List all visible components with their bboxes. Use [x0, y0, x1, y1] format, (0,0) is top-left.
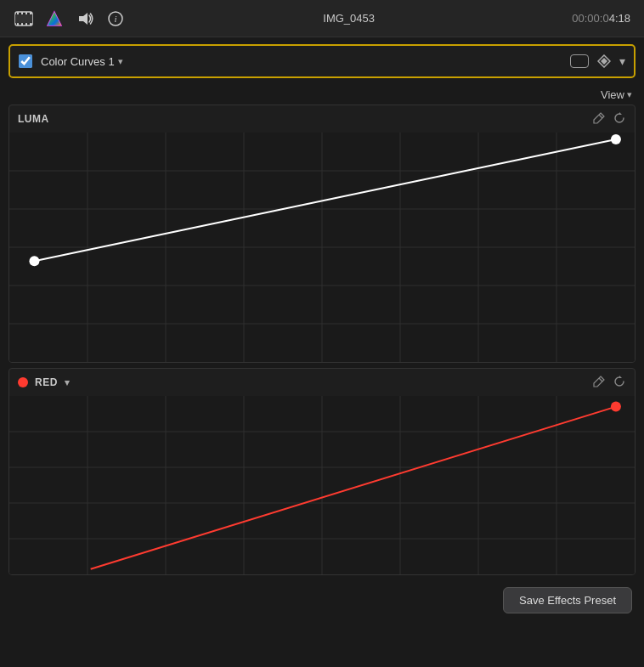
svg-line-17	[599, 115, 602, 118]
red-curve-canvas[interactable]	[9, 396, 635, 574]
svg-rect-4	[25, 12, 27, 14]
svg-line-19	[599, 378, 602, 382]
timecode-accent: 4:18	[609, 12, 630, 25]
film-icon[interactable]	[14, 8, 34, 29]
timecode-prefix: 00:00:0	[572, 12, 608, 25]
luma-label: LUMA	[18, 113, 49, 125]
luma-header-icons	[592, 111, 626, 127]
luma-reset-icon[interactable]	[613, 111, 626, 127]
color-icon[interactable]	[44, 8, 65, 29]
luma-curve-section: LUMA	[8, 105, 636, 363]
view-row: View ▾	[0, 85, 644, 105]
timecode-display: 00:00:04:18	[572, 12, 630, 25]
effect-header-icons: ▾	[570, 54, 625, 68]
svg-rect-6	[17, 23, 19, 25]
svg-rect-2	[17, 12, 19, 14]
filename-label: IMG_0453	[323, 12, 375, 25]
view-chevron-icon: ▾	[627, 89, 632, 100]
svg-rect-1	[15, 14, 32, 23]
svg-rect-9	[30, 23, 31, 25]
svg-rect-5	[30, 12, 31, 14]
svg-text:i: i	[114, 14, 116, 24]
red-label: RED ▾	[18, 376, 70, 388]
svg-marker-11	[48, 12, 61, 25]
effect-chevron-icon[interactable]: ▾	[619, 54, 625, 68]
red-reset-icon[interactable]	[613, 375, 626, 391]
save-effects-preset-button[interactable]: Save Effects Preset	[503, 587, 632, 613]
audio-icon[interactable]	[75, 8, 95, 29]
svg-rect-7	[21, 23, 23, 25]
svg-rect-3	[21, 12, 23, 14]
effect-header: Color Curves 1 ▾ ▾	[8, 44, 636, 78]
view-button[interactable]: View ▾	[601, 88, 632, 101]
luma-curve-header: LUMA	[9, 105, 635, 133]
effect-enable-checkbox[interactable]	[19, 54, 32, 68]
svg-marker-18	[619, 112, 622, 115]
view-label: View	[601, 88, 624, 101]
keyframe-diamond-icon[interactable]	[597, 54, 611, 68]
red-curve-header: RED ▾	[9, 369, 635, 396]
effect-name-label: Color Curves 1 ▾	[41, 55, 570, 68]
top-bar: i IMG_0453 00:00:04:18	[0, 0, 644, 37]
effect-name-chevron-icon[interactable]: ▾	[118, 56, 123, 67]
red-header-icons	[592, 375, 626, 391]
luma-curve-canvas[interactable]	[9, 133, 635, 362]
red-eyedropper-icon[interactable]	[592, 375, 606, 391]
svg-marker-12	[79, 13, 88, 25]
luma-eyedropper-icon[interactable]	[592, 111, 606, 127]
red-chevron-icon[interactable]: ▾	[65, 377, 71, 388]
info-icon[interactable]: i	[105, 8, 126, 29]
red-curve-section: RED ▾	[8, 368, 636, 575]
svg-marker-16	[601, 58, 607, 65]
bottom-bar: Save Effects Preset	[0, 580, 644, 620]
top-bar-left-icons: i	[14, 8, 126, 29]
mask-icon[interactable]	[570, 54, 589, 68]
svg-rect-8	[25, 23, 27, 25]
svg-marker-20	[619, 376, 622, 378]
red-channel-dot	[18, 377, 28, 387]
